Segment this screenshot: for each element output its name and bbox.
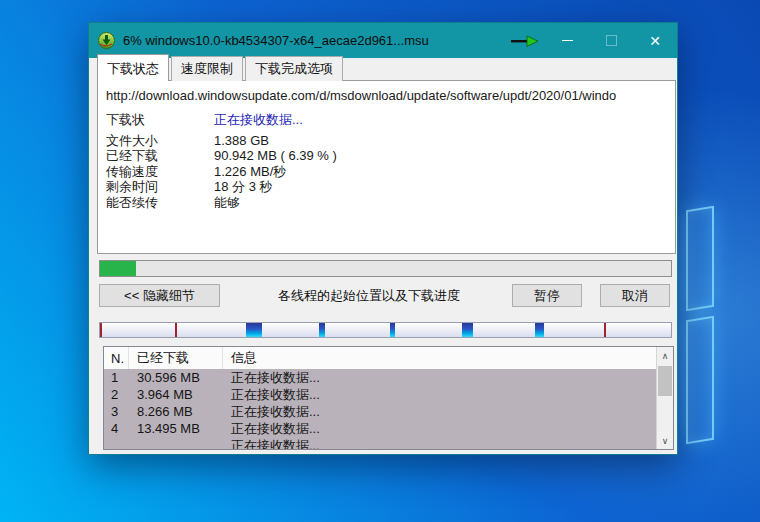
table-cell: 13.495 MB <box>129 421 223 436</box>
tab-download-status[interactable]: 下载状态 <box>97 54 169 81</box>
chevron-down-icon: ∨ <box>662 436 669 446</box>
field-label: 传输速度 <box>106 164 214 180</box>
thread-activity-block <box>462 323 473 337</box>
table-row[interactable]: 23.964 MB正在接收数据... <box>104 386 656 403</box>
field-label: 已经下载 <box>106 148 214 164</box>
thread-progress-bar <box>99 322 672 338</box>
table-cell: 3.964 MB <box>129 387 223 402</box>
scrollbar-down-button[interactable]: ∨ <box>657 432 673 449</box>
table-scrollbar[interactable]: ∧ ∨ <box>656 347 673 449</box>
cancel-button[interactable]: 取消 <box>600 284 670 307</box>
download-arrow-icon <box>511 35 539 47</box>
field-label: 剩余时间 <box>106 179 214 195</box>
status-field-row: 已经下载90.942 MB ( 6.39 % ) <box>106 148 675 164</box>
thread-activity-block <box>319 323 325 337</box>
table-cell: 3 <box>104 404 129 419</box>
maximize-icon <box>606 35 617 46</box>
field-value: 1.226 MB/秒 <box>214 164 675 180</box>
table-cell: 正在接收数据... <box>223 420 656 438</box>
idm-download-window: 6% windows10.0-kb4534307-x64_aecae2d961.… <box>88 22 678 455</box>
field-value: 能够 <box>214 195 675 211</box>
table-row[interactable]: 38.266 MB正在接收数据... <box>104 403 656 420</box>
column-header-info: 信息 <box>223 347 673 369</box>
status-field-row: 下载状正在接收数据... <box>106 112 675 128</box>
threads-caption: 各线程的起始位置以及下载进度 <box>249 287 489 305</box>
table-cell: 1 <box>104 370 129 385</box>
threads-table: N. 已经下载 信息 130.596 MB正在接收数据...23.964 MB正… <box>103 346 674 450</box>
field-value: 90.942 MB ( 6.39 % ) <box>214 148 675 164</box>
minimize-button[interactable] <box>545 23 589 58</box>
status-field-row: 文件大小1.388 GB <box>106 133 675 149</box>
progress-fill <box>100 261 136 276</box>
chevron-up-icon: ∧ <box>662 351 669 361</box>
hide-details-button[interactable]: << 隐藏细节 <box>99 284 220 307</box>
close-button[interactable]: ✕ <box>633 23 677 58</box>
field-value: 正在接收数据... <box>214 112 675 128</box>
table-cell: 正在接收数据... <box>223 369 656 387</box>
table-cell: 正在接收数据... <box>223 437 656 450</box>
idm-app-icon <box>98 32 115 49</box>
field-label: 能否续传 <box>106 195 214 211</box>
overall-progress-bar <box>99 260 672 277</box>
tab-download-complete-options[interactable]: 下载完成选项 <box>245 56 343 81</box>
maximize-button[interactable] <box>589 23 633 58</box>
table-header: N. 已经下载 信息 <box>104 347 673 370</box>
table-row[interactable]: 正在接收数据... <box>104 437 656 449</box>
thread-segment-tick <box>175 323 177 337</box>
download-status-panel: http://download.windowsupdate.com/d/msdo… <box>97 80 676 254</box>
minimize-icon <box>562 40 573 41</box>
thread-activity-block <box>390 323 395 337</box>
table-row[interactable]: 130.596 MB正在接收数据... <box>104 369 656 386</box>
window-title: 6% windows10.0-kb4534307-x64_aecae2d961.… <box>123 33 511 48</box>
column-header-downloaded: 已经下载 <box>129 347 223 369</box>
scrollbar-thumb[interactable] <box>658 366 672 396</box>
field-label: 文件大小 <box>106 133 214 149</box>
thread-activity-block <box>535 323 544 337</box>
windows-logo-pane-bottom <box>686 316 714 444</box>
table-cell: 正在接收数据... <box>223 403 656 421</box>
thread-segment-tick <box>100 323 102 337</box>
field-value: 1.388 GB <box>214 133 675 149</box>
scrollbar-up-button[interactable]: ∧ <box>657 347 673 364</box>
close-icon: ✕ <box>649 33 661 49</box>
table-cell: 2 <box>104 387 129 402</box>
status-fields: 下载状正在接收数据...文件大小1.388 GB已经下载90.942 MB ( … <box>106 112 675 210</box>
field-label: 下载状 <box>106 112 214 128</box>
download-url: http://download.windowsupdate.com/d/msdo… <box>106 88 669 103</box>
table-cell: 8.266 MB <box>129 404 223 419</box>
thread-activity-block <box>246 323 262 337</box>
status-field-row: 传输速度1.226 MB/秒 <box>106 164 675 180</box>
thread-segment-tick <box>604 323 606 337</box>
tab-strip: 下载状态 速度限制 下载完成选项 <box>97 59 345 81</box>
table-cell: 正在接收数据... <box>223 386 656 404</box>
status-field-row: 能否续传能够 <box>106 195 675 211</box>
field-value: 18 分 3 秒 <box>214 179 675 195</box>
windows-logo-pane-top <box>686 206 714 311</box>
titlebar[interactable]: 6% windows10.0-kb4534307-x64_aecae2d961.… <box>89 23 677 58</box>
column-header-n: N. <box>104 347 129 369</box>
table-row[interactable]: 413.495 MB正在接收数据... <box>104 420 656 437</box>
tab-speed-limit[interactable]: 速度限制 <box>171 56 243 81</box>
status-field-row: 剩余时间18 分 3 秒 <box>106 179 675 195</box>
table-cell: 4 <box>104 421 129 436</box>
threads-table-body: 130.596 MB正在接收数据...23.964 MB正在接收数据...38.… <box>104 369 656 449</box>
table-cell: 30.596 MB <box>129 370 223 385</box>
pause-button[interactable]: 暂停 <box>512 284 582 307</box>
